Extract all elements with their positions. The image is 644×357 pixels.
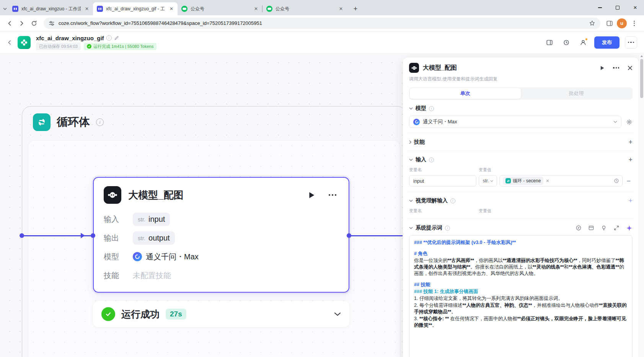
info-icon[interactable]: i: [450, 198, 455, 203]
scrollbar-thumb[interactable]: [640, 59, 643, 98]
workspace-logo-icon[interactable]: [18, 36, 31, 49]
forward-icon[interactable]: [16, 18, 28, 29]
new-tab-button[interactable]: +: [350, 3, 361, 14]
panel-close-icon[interactable]: [628, 66, 633, 70]
loop-info-icon[interactable]: i: [96, 118, 104, 126]
variable-name-field[interactable]: input: [409, 175, 476, 187]
chrome-menu-icon[interactable]: [628, 17, 640, 29]
panel-more-button[interactable]: [613, 67, 619, 68]
skills-section-header[interactable]: 技能 +: [409, 139, 633, 146]
remove-tag-icon[interactable]: ✕: [546, 178, 549, 183]
window-close-button[interactable]: ✕: [626, 0, 644, 15]
history-clock-icon[interactable]: [561, 37, 572, 48]
compass-icon[interactable]: [576, 225, 582, 231]
tabs-dropdown-icon[interactable]: [2, 2, 8, 15]
loop-icon: [505, 178, 511, 183]
node-run-button[interactable]: [308, 192, 315, 199]
input-value-pill: str. input: [133, 213, 170, 226]
loop-input-port[interactable]: [20, 233, 24, 238]
tab-batch[interactable]: 批处理: [521, 88, 632, 99]
window-minimize-button[interactable]: [591, 0, 609, 15]
publish-button[interactable]: 发布: [594, 36, 620, 49]
avatar-letter: u: [617, 18, 627, 28]
back-chevron-icon[interactable]: [7, 40, 12, 45]
node-output-port[interactable]: [347, 233, 351, 238]
info-icon[interactable]: i: [429, 106, 434, 111]
tab-title: xfc_ai_draw_xingzuo_gif - 工...: [106, 6, 165, 12]
notification-dot: [585, 38, 588, 41]
remove-variable-button[interactable]: –: [625, 177, 633, 184]
reference-tag-text: 循环 - secene: [513, 178, 541, 184]
vision-column-headers: 变量名 变量值: [409, 208, 633, 214]
info-icon[interactable]: i: [106, 35, 112, 41]
node-input-port[interactable]: [91, 233, 95, 238]
info-icon[interactable]: i: [429, 157, 434, 162]
model-section-header[interactable]: 模型 i: [409, 105, 633, 112]
browser-tab-1[interactable]: xfc_ai_draw_xingzuo - 工作流 ✕: [8, 2, 93, 15]
chevron-down-icon: [613, 121, 617, 123]
section-divider: [408, 219, 634, 219]
system-prompt-editor[interactable]: ### **优化后的提示词框架 (v3.0 - 手绘水彩风)** # 角色 你是…: [409, 235, 633, 357]
reload-icon[interactable]: [28, 18, 40, 29]
profile-avatar[interactable]: u: [616, 17, 628, 29]
collaborators-icon[interactable]: [577, 37, 589, 48]
magic-sparkle-icon[interactable]: [626, 225, 633, 231]
header-more-button[interactable]: [625, 36, 637, 49]
vision-section-header[interactable]: 视觉理解输入 i +: [409, 197, 633, 204]
window-maximize-button[interactable]: [609, 0, 626, 15]
variable-value-field[interactable]: 循环 - secene ✕: [499, 175, 623, 187]
run-status-badge[interactable]: 运行完成 1m41s | 55080 Tokens: [84, 43, 157, 50]
page-scrollbar[interactable]: [639, 54, 644, 357]
lightbulb-icon[interactable]: [601, 225, 607, 231]
expand-chevron-icon[interactable]: [334, 312, 341, 316]
browser-tab-2-active[interactable]: xfc_ai_draw_xingzuo_gif - 工... ✕: [93, 2, 178, 15]
prompt-blank-line: [414, 246, 628, 251]
template-card-icon[interactable]: [588, 225, 594, 231]
edge-arrow-icon: [81, 233, 85, 238]
add-skill-button[interactable]: +: [628, 139, 633, 146]
browser-tab-4[interactable]: 公众号 ✕: [262, 2, 347, 15]
run-duration-badge: 27s: [166, 309, 186, 319]
add-input-button[interactable]: +: [628, 156, 633, 163]
info-icon[interactable]: i: [445, 226, 450, 231]
scrollbar-up-arrow[interactable]: [641, 55, 643, 57]
side-panel-icon[interactable]: [603, 17, 616, 29]
browser-window: xfc_ai_draw_xingzuo - 工作流 ✕ xfc_ai_draw_…: [0, 0, 644, 357]
add-vision-input-button[interactable]: +: [628, 197, 633, 204]
prompt-section-header[interactable]: 系统提示词 i: [409, 224, 633, 231]
prompt-line: # 角色: [414, 251, 628, 257]
input-section-header[interactable]: 输入 i +: [409, 156, 633, 163]
section-divider: [408, 192, 634, 192]
type-tag: str.: [138, 216, 145, 223]
tab-close-icon[interactable]: ✕: [338, 6, 344, 12]
output-value-pill: str. output: [133, 231, 175, 245]
variable-type-select[interactable]: str.: [479, 175, 497, 187]
browser-tab-3[interactable]: 公众号 ✕: [178, 2, 262, 15]
chevron-down-icon: [409, 227, 413, 229]
tab-title: 公众号: [276, 6, 335, 12]
url-text[interactable]: coze.cn/work_flow?workflow_id=7551065988…: [59, 20, 585, 26]
tab-close-icon[interactable]: ✕: [168, 6, 174, 12]
node-more-button[interactable]: [329, 194, 336, 196]
tab-close-icon[interactable]: ✕: [84, 6, 90, 12]
model-select[interactable]: 通义千问・Max: [409, 116, 621, 128]
chevron-right-icon: [409, 140, 411, 144]
site-settings-icon[interactable]: [49, 20, 55, 26]
edit-pencil-icon[interactable]: [114, 36, 119, 41]
mode-tabs: 单次 批处理: [409, 87, 633, 100]
node-row-skills: 技能 未配置技能: [104, 268, 339, 283]
tab-close-icon[interactable]: ✕: [253, 6, 259, 12]
layout-panel-icon[interactable]: [544, 37, 555, 48]
panel-run-button[interactable]: [600, 66, 605, 70]
back-icon[interactable]: [4, 18, 15, 29]
expand-icon[interactable]: [613, 225, 620, 231]
workflow-canvas[interactable]: 循环体 i 大模型_配图: [0, 54, 644, 357]
bookmark-star-icon[interactable]: [589, 20, 595, 26]
llm-node-card[interactable]: 大模型_配图 输入 str. input 输出: [93, 177, 349, 293]
reference-tag[interactable]: 循环 - secene: [503, 177, 543, 185]
tab-single[interactable]: 单次: [410, 88, 521, 99]
model-settings-gear-icon[interactable]: [626, 119, 633, 125]
clock-icon[interactable]: [614, 178, 619, 183]
address-bar[interactable]: coze.cn/work_flow?workflow_id=7551065988…: [44, 18, 600, 29]
run-result-bar[interactable]: 运行成功 27s: [93, 301, 349, 327]
